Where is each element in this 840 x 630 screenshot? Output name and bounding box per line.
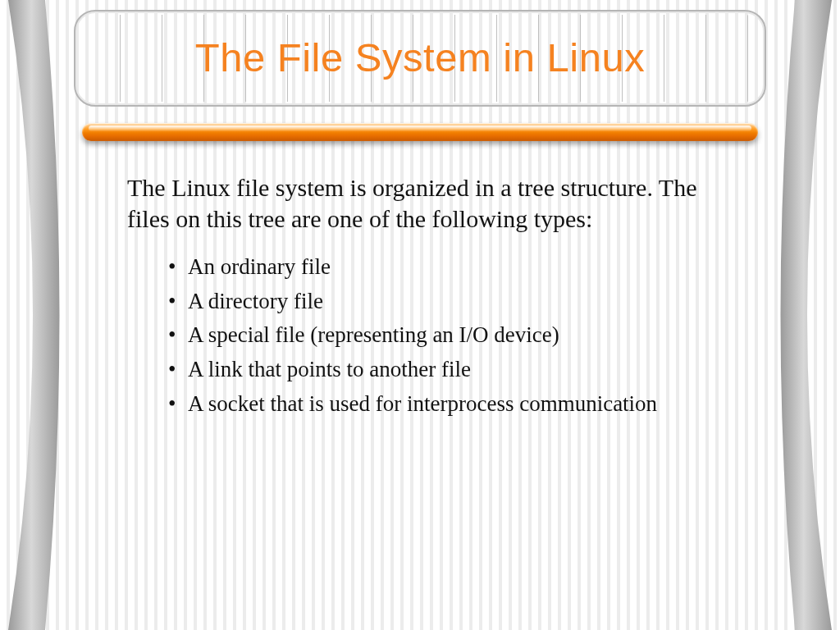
list-item: A link that points to another file xyxy=(168,353,742,387)
intro-paragraph: The Linux file system is organized in a … xyxy=(127,172,742,235)
list-item: A special file (representing an I/O devi… xyxy=(168,318,742,353)
title-frame: The File System in Linux xyxy=(74,10,766,107)
bullet-list: An ordinary file A directory file A spec… xyxy=(168,250,742,422)
right-decorative-column xyxy=(766,0,840,630)
list-item: A directory file xyxy=(168,285,742,319)
slide-title: The File System in Linux xyxy=(195,37,646,79)
list-item: An ordinary file xyxy=(168,250,742,285)
slide-body: The Linux file system is organized in a … xyxy=(127,172,742,422)
orange-divider-bar xyxy=(82,123,758,141)
list-item: A socket that is used for interprocess c… xyxy=(168,387,742,422)
left-decorative-column xyxy=(0,0,74,630)
title-inner: The File System in Linux xyxy=(79,15,761,102)
